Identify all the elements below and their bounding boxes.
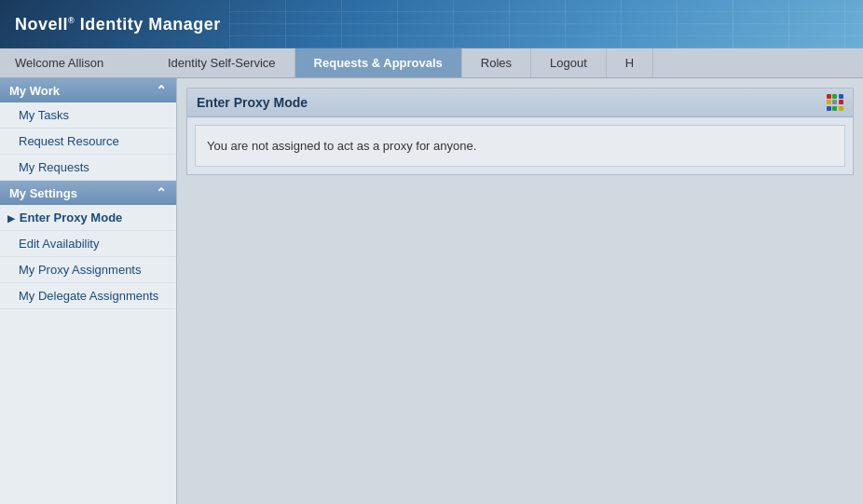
grid-cell-2 <box>832 94 837 99</box>
grid-cell-4 <box>827 100 831 104</box>
content-panel-header: Enter Proxy Mode <box>187 89 853 117</box>
sidebar: My Work ⌃ My Tasks Request Resource My R… <box>0 78 177 504</box>
main-layout: My Work ⌃ My Tasks Request Resource My R… <box>0 78 863 504</box>
grid-cell-6 <box>839 100 843 104</box>
nav-logout[interactable]: Logout <box>531 48 607 77</box>
sidebar-collapse-my-settings-icon: ⌃ <box>156 185 167 200</box>
nav-help[interactable]: H <box>607 48 653 77</box>
grid-cell-5 <box>832 100 837 104</box>
sidebar-item-enter-proxy-mode[interactable]: Enter Proxy Mode <box>0 205 176 231</box>
content-area: Enter Proxy Mode You are not assigned to… <box>177 78 863 504</box>
sidebar-item-my-tasks[interactable]: My Tasks <box>0 102 176 129</box>
sidebar-item-my-delegate-assignments[interactable]: My Delegate Assignments <box>0 283 176 309</box>
content-panel: Enter Proxy Mode You are not assigned to… <box>186 88 854 175</box>
grid-icon-button[interactable] <box>827 94 843 111</box>
sidebar-collapse-my-work-icon: ⌃ <box>156 83 167 98</box>
sidebar-section-my-work-label: My Work <box>9 84 60 98</box>
header-decoration <box>229 0 863 48</box>
sidebar-item-request-resource[interactable]: Request Resource <box>0 129 176 155</box>
nav-roles[interactable]: Roles <box>462 48 531 77</box>
grid-cell-1 <box>827 94 831 99</box>
app-header: Novell® Identity Manager <box>0 0 863 48</box>
logo-novell: Novell <box>15 15 68 34</box>
logo-reg: ® <box>68 16 75 25</box>
nav-welcome: Welcome Allison <box>0 48 149 77</box>
sidebar-item-my-requests[interactable]: My Requests <box>0 155 176 181</box>
sidebar-section-my-settings[interactable]: My Settings ⌃ <box>0 181 176 205</box>
navbar: Welcome Allison Identity Self-Service Re… <box>0 48 863 78</box>
sidebar-item-edit-availability[interactable]: Edit Availability <box>0 231 176 257</box>
content-panel-title: Enter Proxy Mode <box>197 95 308 110</box>
sidebar-section-my-work[interactable]: My Work ⌃ <box>0 78 176 102</box>
grid-cell-9 <box>839 106 843 111</box>
grid-cell-8 <box>832 106 837 111</box>
nav-identity-self-service[interactable]: Identity Self-Service <box>149 48 295 77</box>
grid-cell-3 <box>839 94 843 99</box>
content-message: You are not assigned to act as a proxy f… <box>195 125 845 167</box>
sidebar-section-my-settings-label: My Settings <box>9 186 77 200</box>
nav-requests-approvals[interactable]: Requests & Approvals <box>295 48 462 77</box>
app-logo: Novell® Identity Manager <box>15 15 221 34</box>
grid-cell-7 <box>827 106 831 111</box>
logo-product: Identity Manager <box>80 15 221 34</box>
sidebar-item-my-proxy-assignments[interactable]: My Proxy Assignments <box>0 257 176 283</box>
